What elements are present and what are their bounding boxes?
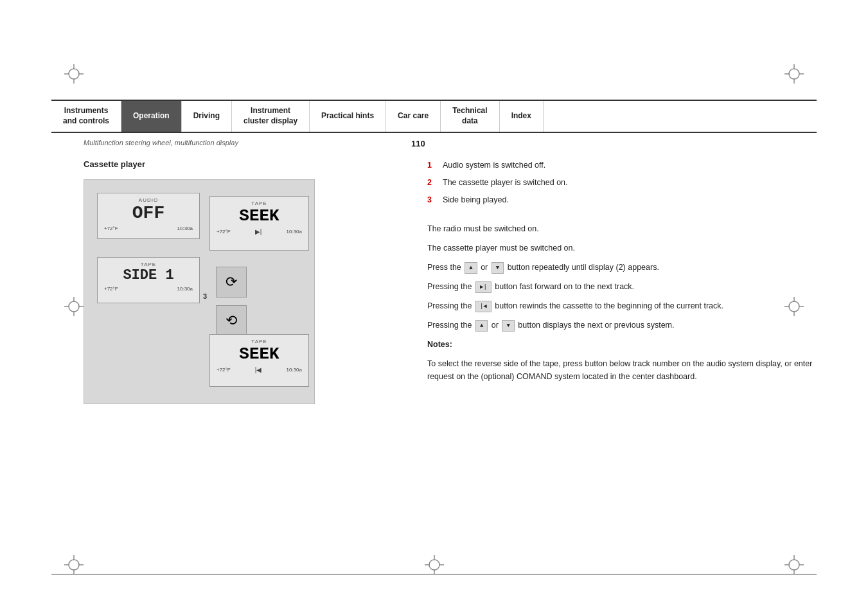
number-label-3: 3 <box>203 292 207 300</box>
nav-item-instrument-cluster[interactable]: Instrument cluster display <box>232 101 310 132</box>
content-item-1: 1 Audio system is switched off. <box>427 159 813 172</box>
nav-item-index[interactable]: Index <box>500 101 544 132</box>
display6-main: SEEK <box>217 344 302 364</box>
item-num-2: 2 <box>427 177 440 189</box>
left-center-crosshair <box>64 297 84 316</box>
svg-point-10 <box>69 560 79 570</box>
top-left-crosshair <box>64 64 84 84</box>
nav-item-car-care[interactable]: Car care <box>386 101 441 132</box>
svg-point-5 <box>789 69 799 79</box>
button-inline-2: ▼ <box>492 262 504 274</box>
top-right-crosshair <box>784 64 804 84</box>
nav-item-operation[interactable]: Operation <box>121 101 182 132</box>
display3-icon: ▶| <box>255 228 262 235</box>
display2-label: TAPE <box>104 262 193 267</box>
display-tape-seek-1: TAPE SEEK +72°F ▶| 10:30a <box>209 196 309 251</box>
paragraph-3: Press the ▲ or ▼ button repeatedly until… <box>427 261 813 274</box>
button-inline-1: ▲ <box>465 262 477 274</box>
bottom-left-crosshair <box>64 555 84 574</box>
paragraph-1: The radio must be switched on. <box>427 222 813 235</box>
display6-footer: +72°F |◀ 10:30a <box>217 366 302 373</box>
item-text-3: Side being played. <box>443 194 509 206</box>
cassette-section: Cassette player 1 AUDIO OFF +72°F 10:30a… <box>84 159 405 404</box>
paragraph-6: Pressing the ▲ or ▼ button displays the … <box>427 319 813 332</box>
display6-time: 10:30a <box>287 367 302 373</box>
displays-container: 1 AUDIO OFF +72°F 10:30a 2 TAPE SIDE 1 +… <box>84 179 315 404</box>
display-tape-side: TAPE SIDE 1 +72°F 10:30a <box>97 257 200 303</box>
display2-time: 10:30a <box>177 286 193 292</box>
content-item-2: 2 The cassette player is switched on. <box>427 177 813 189</box>
content-section: 1 Audio system is switched off. 2 The ca… <box>427 159 813 389</box>
paragraph-2: The cassette player must be switched on. <box>427 242 813 254</box>
nav-item-practical-hints[interactable]: Practical hints <box>310 101 386 132</box>
display-audio-off: AUDIO OFF +72°F 10:30a <box>97 193 200 239</box>
svg-point-25 <box>69 301 79 312</box>
display1-time: 10:30a <box>177 226 193 231</box>
button-inline-3: ▶| <box>475 281 492 293</box>
display6-label: TAPE <box>217 339 302 344</box>
bottom-right-crosshair <box>784 555 804 574</box>
svg-point-15 <box>789 560 799 570</box>
button-inline-6: ▼ <box>502 320 514 332</box>
notes-text: To select the reverse side of the tape, … <box>427 357 813 383</box>
display-tape-seek-2: TAPE SEEK +72°F |◀ 10:30a <box>209 334 309 387</box>
nav-item-driving[interactable]: Driving <box>182 101 232 132</box>
notes-label: Notes: <box>427 338 813 351</box>
paragraph-5: Pressing the |◀ button rewinds the casse… <box>427 299 813 312</box>
display2-temp: +72°F <box>104 286 118 292</box>
item-text-2: The cassette player is switched on. <box>443 177 568 189</box>
display3-footer: +72°F ▶| 10:30a <box>217 228 302 235</box>
svg-point-0 <box>69 69 79 79</box>
display2-main: SIDE 1 <box>104 267 193 283</box>
paragraph-4: Pressing the ▶| button fast forward on t… <box>427 280 813 293</box>
display1-label: AUDIO <box>104 197 193 203</box>
display6-temp: +72°F <box>217 367 231 373</box>
display3-main: SEEK <box>217 206 302 226</box>
cassette-title: Cassette player <box>84 159 405 169</box>
rewind-arrow-icon: ⟲ <box>226 312 237 329</box>
display-forward-icon: ⟳ <box>216 267 247 298</box>
display1-temp: +72°F <box>104 226 118 231</box>
display3-label: TAPE <box>217 200 302 206</box>
navigation-bar: Instruments and controls Operation Drivi… <box>51 100 817 133</box>
nav-item-technical-data[interactable]: Technical data <box>441 101 499 132</box>
display-rewind-icon: ⟲ <box>216 305 247 336</box>
forward-arrow-icon: ⟳ <box>226 274 237 290</box>
content-item-3: 3 Side being played. <box>427 194 813 206</box>
display1-main: OFF <box>104 203 193 223</box>
bottom-divider <box>51 574 817 574</box>
item-num-3: 3 <box>427 194 440 206</box>
svg-point-20 <box>429 560 439 570</box>
page-subtitle: Multifunction steering wheel, multifunct… <box>84 139 238 147</box>
nav-item-instruments[interactable]: Instruments and controls <box>51 101 121 132</box>
page-number: 110 <box>411 139 425 148</box>
item-num-1: 1 <box>427 159 440 172</box>
display2-footer: +72°F 10:30a <box>104 286 193 292</box>
display3-temp: +72°F <box>217 229 231 235</box>
button-inline-5: ▲ <box>475 320 488 332</box>
display1-footer: +72°F 10:30a <box>104 226 193 231</box>
bottom-center-crosshair <box>425 555 444 574</box>
display6-icon: |◀ <box>255 366 262 373</box>
item-text-1: Audio system is switched off. <box>443 159 545 172</box>
display3-time: 10:30a <box>287 229 302 235</box>
button-inline-4: |◀ <box>475 301 492 312</box>
